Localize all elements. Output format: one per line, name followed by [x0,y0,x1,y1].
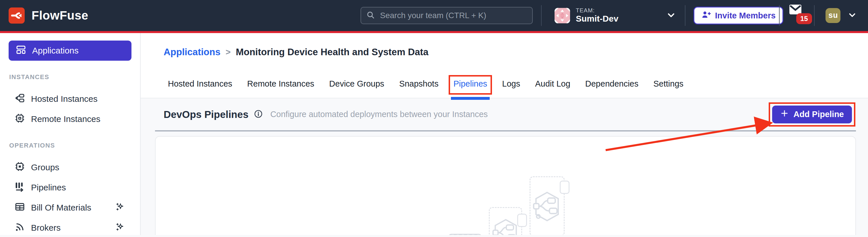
chevron-down-icon [847,10,857,21]
tab-settings[interactable]: Settings [653,79,683,98]
tab-pipelines[interactable]: Pipelines [454,79,487,98]
hosted-instances-icon [14,93,25,106]
broadcast-icon [14,221,25,234]
tab-remote-instances[interactable]: Remote Instances [247,79,314,98]
sidebar-section-operations: OPERATIONS [0,142,140,149]
sidebar-item-label: Groups [31,162,59,172]
node-hexagon-illustration [492,218,519,235]
sidebar-item-groups[interactable]: Groups [0,157,140,178]
sidebar: Applications INSTANCES Hosted Instances [0,33,141,235]
invite-members-button[interactable]: Invite Members [693,7,783,24]
tab-hosted-instances[interactable]: Hosted Instances [168,79,232,98]
breadcrumb-applications-link[interactable]: Applications [164,47,220,57]
top-navigation-bar: FlowFuse TEAM: Sumit-Dev [0,0,868,33]
invite-members-label: Invite Members [715,11,776,20]
sidebar-item-bill-of-materials[interactable]: Bill Of Materials [0,198,140,218]
pipelines-section-title-group: DevOps Pipelines Configure automated dep… [164,109,488,120]
user-avatar: su [826,8,840,23]
user-menu[interactable]: su [826,8,857,23]
node-hexagon-illustration [533,191,561,223]
pipelines-section-header: DevOps Pipelines Configure automated dep… [141,98,868,130]
chip-icon [14,113,25,126]
header-divider [685,5,685,26]
pipelines-icon [14,181,25,194]
brand[interactable]: FlowFuse [9,7,88,24]
section-title: DevOps Pipelines [164,109,249,120]
page-title: Monitoring Device Health and System Data [236,47,429,57]
table-icon [14,201,25,214]
person-plus-icon [701,10,711,22]
team-label: TEAM: [576,7,618,14]
clipped-card-illustration [448,234,482,235]
sparkles-icon [115,222,125,234]
sidebar-item-applications[interactable]: Applications [9,41,131,61]
sparkles-icon [115,202,125,214]
info-icon[interactable] [254,109,263,120]
notification-count-badge: 15 [796,13,812,24]
application-tabs: Hosted Instances Remote Instances Device… [141,79,868,98]
team-name: Sumit-Dev [576,14,618,24]
sidebar-item-label: Brokers [31,223,61,233]
sidebar-section-instances: INSTANCES [0,73,140,81]
header-divider [779,5,780,26]
groups-chip-icon [14,161,25,174]
sidebar-item-brokers[interactable]: Brokers [0,218,140,237]
add-pipeline-wrapper: Add Pipeline [772,106,852,123]
team-selector[interactable]: TEAM: Sumit-Dev [555,7,676,24]
team-text: TEAM: Sumit-Dev [576,7,618,24]
breadcrumb-separator: > [226,47,231,57]
sidebar-item-label: Remote Instances [31,114,100,124]
header-divider [814,5,815,26]
page-header: Applications > Monitoring Device Health … [141,33,868,98]
flowfuse-logo-icon [9,7,25,24]
pipelines-empty-state-card [155,136,856,235]
tab-device-groups[interactable]: Device Groups [329,79,384,98]
notifications-button[interactable]: 15 [789,4,812,27]
sidebar-item-pipelines[interactable]: Pipelines [0,178,140,198]
sidebar-item-label: Applications [32,46,79,55]
brand-name: FlowFuse [32,9,88,22]
add-pipeline-button[interactable]: Add Pipeline [772,106,852,123]
sidebar-item-label: Hosted Instances [31,94,98,104]
team-avatar [555,8,570,23]
search-icon [366,11,375,20]
tab-snapshots[interactable]: Snapshots [399,79,439,98]
sidebar-item-label: Bill Of Materials [31,203,91,213]
search-input[interactable] [379,11,527,20]
add-pipeline-label: Add Pipeline [794,110,844,119]
tab-audit-log[interactable]: Audit Log [535,79,570,98]
breadcrumb: Applications > Monitoring Device Health … [164,46,868,58]
main-content: Applications > Monitoring Device Health … [141,33,868,235]
sidebar-item-label: Pipelines [31,183,66,192]
chevron-down-icon [666,10,676,21]
pipelines-content [141,131,868,235]
active-tab-underline [451,97,490,100]
header-divider [541,5,541,26]
section-subtitle: Configure automated deployments between … [270,110,488,119]
sidebar-item-hosted-instances[interactable]: Hosted Instances [0,89,140,109]
plus-icon [780,109,789,120]
annotation-highlight-box-tab [448,75,492,95]
applications-icon [16,44,26,57]
team-search[interactable] [361,7,533,24]
tab-dependencies[interactable]: Dependencies [585,79,639,98]
tab-logs[interactable]: Logs [502,79,520,98]
sidebar-item-remote-instances[interactable]: Remote Instances [0,109,140,129]
